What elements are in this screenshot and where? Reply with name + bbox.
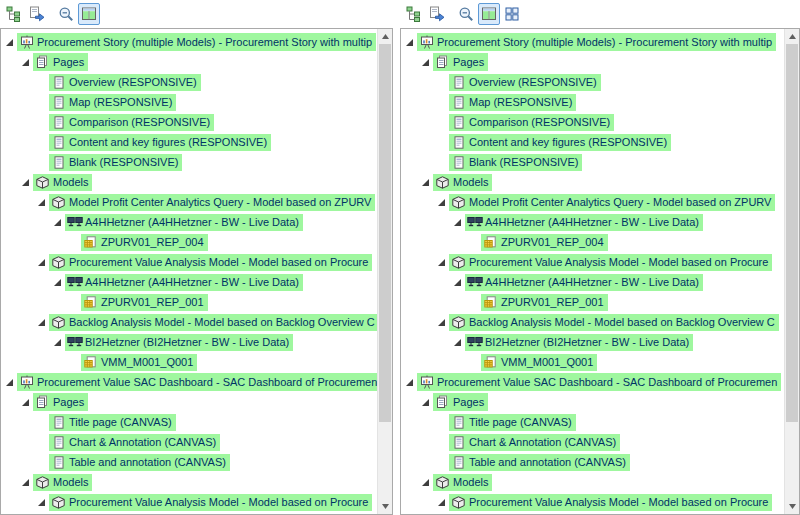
- tree-node[interactable]: ZPURV01_REP_004: [81, 234, 208, 251]
- expander-icon[interactable]: [401, 38, 417, 47]
- tree-row[interactable]: Pages: [1, 52, 377, 72]
- expander-icon[interactable]: [49, 338, 65, 347]
- tree-row[interactable]: Title page (CANVAS): [401, 412, 784, 432]
- tree-row[interactable]: Procurement Value Analysis Model - Model…: [1, 492, 377, 512]
- tree-node[interactable]: BI2Hetzner (BI2Hetzner - BW - Live Data): [465, 334, 693, 351]
- expander-icon[interactable]: [417, 398, 433, 407]
- tree-row[interactable]: A4HHetzner (A4HHetzner - BW - Live Data): [401, 272, 784, 292]
- right-vertical-scrollbar[interactable]: [784, 29, 799, 514]
- expander-icon[interactable]: [17, 398, 33, 407]
- expander-icon[interactable]: [33, 318, 49, 327]
- tree-node[interactable]: Backlog Analysis Model - Model based on …: [49, 314, 377, 331]
- tree-node[interactable]: Procurement Value Analysis Model - Model…: [449, 494, 772, 511]
- expander-icon[interactable]: [17, 478, 33, 487]
- expander-icon[interactable]: [433, 318, 449, 327]
- tree-node[interactable]: Comparison (RESPONSIVE): [449, 114, 614, 131]
- tree-row[interactable]: A4HHetzner (A4HHetzner - BW - Live Data): [1, 272, 377, 292]
- tree-node[interactable]: VMM_M001_Q001: [81, 354, 197, 371]
- tree-row[interactable]: ZPURV01_REP_004: [401, 232, 784, 252]
- tree-node[interactable]: A4HHetzner (A4HHetzner - BW - Live Data): [65, 274, 303, 291]
- tree-row[interactable]: Procurement Value Analysis Model - Model…: [1, 252, 377, 272]
- tree-node[interactable]: VMM_M001_Q001: [481, 354, 597, 371]
- tree-row[interactable]: BI2Hetzner (BI2Hetzner - BW - Live Data): [1, 332, 377, 352]
- tree-node[interactable]: ZPURV01_REP_004: [481, 234, 608, 251]
- tree-row[interactable]: Pages: [401, 52, 784, 72]
- tree-node[interactable]: Map (RESPONSIVE): [49, 94, 176, 111]
- tree-node[interactable]: A4HHetzner (A4HHetzner - BW - Live Data): [65, 214, 303, 231]
- tree-row[interactable]: Overview (RESPONSIVE): [401, 72, 784, 92]
- tree-node[interactable]: Chart & Annotation (CANVAS): [49, 434, 220, 451]
- tree-node[interactable]: Title page (CANVAS): [449, 414, 576, 431]
- zoom-out-button[interactable]: [455, 3, 477, 25]
- tree-node[interactable]: Models: [33, 474, 92, 491]
- tree-row[interactable]: Procurement Story (multiple Models) - Pr…: [401, 32, 784, 52]
- scroll-up-button[interactable]: [378, 29, 392, 44]
- expander-icon[interactable]: [401, 378, 417, 387]
- tree-node[interactable]: ZPURV01_REP_001: [481, 294, 608, 311]
- tree-row[interactable]: Overview (RESPONSIVE): [1, 72, 377, 92]
- tree-node[interactable]: Pages: [433, 53, 488, 71]
- zoom-out-button[interactable]: [55, 3, 77, 25]
- tree-row[interactable]: Map (RESPONSIVE): [1, 92, 377, 112]
- scroll-track[interactable]: [785, 44, 799, 499]
- tree-node[interactable]: Models: [33, 174, 92, 191]
- tree-node[interactable]: Pages: [33, 53, 88, 71]
- scroll-thumb[interactable]: [379, 44, 391, 422]
- scroll-track[interactable]: [378, 44, 392, 499]
- tree-row[interactable]: ZPURV01_REP_001: [1, 292, 377, 312]
- tree-row[interactable]: Backlog Analysis Model - Model based on …: [401, 312, 784, 332]
- tree-node[interactable]: Backlog Analysis Model - Model based on …: [449, 314, 779, 331]
- expander-icon[interactable]: [417, 478, 433, 487]
- tree-node[interactable]: Model Profit Center Analytics Query - Mo…: [449, 194, 775, 211]
- expander-icon[interactable]: [49, 218, 65, 227]
- tree-row[interactable]: Backlog Analysis Model - Model based on …: [1, 312, 377, 332]
- expander-icon[interactable]: [449, 278, 465, 287]
- tree-node[interactable]: Overview (RESPONSIVE): [449, 74, 601, 91]
- tree-node[interactable]: Map (RESPONSIVE): [449, 94, 576, 111]
- tree-node[interactable]: Procurement Story (multiple Models) - Pr…: [17, 33, 376, 51]
- scroll-up-button[interactable]: [785, 29, 799, 44]
- tree-node[interactable]: Procurement Value Analysis Model - Model…: [449, 254, 772, 271]
- tree-row[interactable]: Models: [401, 172, 784, 192]
- expander-icon[interactable]: [417, 58, 433, 67]
- tree-node[interactable]: Procurement Value Analysis Model - Model…: [49, 254, 372, 271]
- tree-node[interactable]: Blank (RESPONSIVE): [49, 154, 182, 171]
- tree-node[interactable]: Pages: [433, 393, 488, 411]
- expander-icon[interactable]: [433, 198, 449, 207]
- expander-icon[interactable]: [17, 58, 33, 67]
- tree-structure-button[interactable]: [403, 3, 425, 25]
- expander-icon[interactable]: [417, 178, 433, 187]
- tree-row[interactable]: Blank (RESPONSIVE): [401, 152, 784, 172]
- tree-row[interactable]: Title page (CANVAS): [1, 412, 377, 432]
- tree-row[interactable]: Blank (RESPONSIVE): [1, 152, 377, 172]
- tree-row[interactable]: Map (RESPONSIVE): [401, 92, 784, 112]
- tree-node[interactable]: Title page (CANVAS): [49, 414, 176, 431]
- tree-node[interactable]: Content and key figures (RESPONSIVE): [49, 134, 271, 151]
- expander-icon[interactable]: [1, 38, 17, 47]
- tree-node[interactable]: Procurement Story (multiple Models) - Pr…: [417, 33, 776, 51]
- left-vertical-scrollbar[interactable]: [377, 29, 392, 514]
- tree-row[interactable]: Chart & Annotation (CANVAS): [1, 432, 377, 452]
- scroll-down-button[interactable]: [785, 499, 799, 514]
- tree-row[interactable]: ZPURV01_REP_001: [401, 292, 784, 312]
- tree-row[interactable]: Models: [401, 472, 784, 492]
- expander-icon[interactable]: [433, 498, 449, 507]
- tree-node[interactable]: Content and key figures (RESPONSIVE): [449, 134, 671, 151]
- tree-node[interactable]: ZPURV01_REP_001: [81, 294, 208, 311]
- tree-node[interactable]: Models: [433, 174, 492, 191]
- expander-icon[interactable]: [33, 258, 49, 267]
- tree-row[interactable]: Comparison (RESPONSIVE): [401, 112, 784, 132]
- tree-node[interactable]: A4HHetzner (A4HHetzner - BW - Live Data): [465, 274, 703, 291]
- tree-node[interactable]: Models: [433, 474, 492, 491]
- expander-icon[interactable]: [33, 198, 49, 207]
- expander-icon[interactable]: [433, 258, 449, 267]
- tree-row[interactable]: Pages: [401, 392, 784, 412]
- tree-node[interactable]: BI2Hetzner (BI2Hetzner - BW - Live Data): [65, 334, 293, 351]
- expander-icon[interactable]: [33, 498, 49, 507]
- tree-node[interactable]: Pages: [33, 393, 88, 411]
- tree-node[interactable]: Chart & Annotation (CANVAS): [449, 434, 620, 451]
- tree-node[interactable]: Model Profit Center Analytics Query - Mo…: [49, 194, 375, 211]
- tree-row[interactable]: Procurement Value Analysis Model - Model…: [401, 252, 784, 272]
- tree-node[interactable]: A4HHetzner (A4HHetzner - BW - Live Data): [465, 214, 703, 231]
- tree-node[interactable]: Overview (RESPONSIVE): [49, 74, 201, 91]
